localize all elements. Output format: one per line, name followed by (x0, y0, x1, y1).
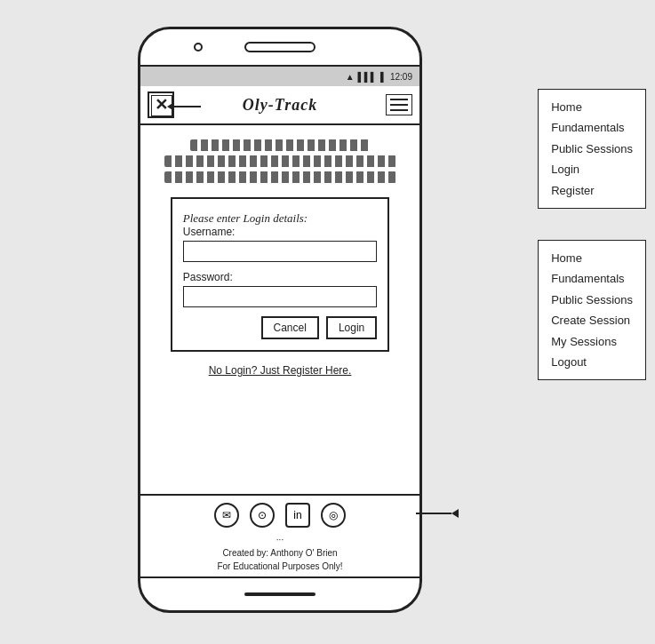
clock: 12:09 (390, 72, 412, 82)
close-icon: ✕ (155, 95, 168, 115)
auth-menu-item-create-session[interactable]: Create Session (551, 310, 633, 330)
login-button[interactable]: Login (326, 316, 377, 339)
auth-menu-item-my-sessions[interactable]: My Sessions (551, 331, 633, 352)
login-prompt: Please enter Login details: (183, 211, 308, 225)
battery-icon: ▌ (380, 72, 387, 82)
arrow-head (167, 102, 174, 111)
phone-camera (194, 43, 203, 52)
phone-speaker (244, 42, 316, 52)
arrow-line (416, 513, 451, 514)
signal-bars: ▌▌▌ (358, 72, 377, 82)
username-field-group: Username: (183, 226, 378, 262)
instagram-icon[interactable]: ◎ (321, 503, 346, 528)
phone-screen: ▲ ▌▌▌ ▌ 12:09 ✕ Oly-Track (140, 65, 419, 578)
app-footer: ✉ ⊙ in ◎ ··· Created by: Anthony O' Brie… (140, 494, 419, 576)
password-input[interactable] (183, 286, 378, 307)
menu-item-home[interactable]: Home (551, 97, 633, 117)
email-icon[interactable]: ✉ (214, 503, 239, 528)
hamburger-line-1 (390, 99, 408, 100)
arrow-line (174, 106, 201, 107)
auth-menu-item-fundamentals[interactable]: Fundamentals (551, 268, 633, 289)
footer-credit-line1: Created by: Anthony O' Brien (222, 548, 337, 558)
arrow-head-right-footer (451, 509, 459, 518)
phone-top-bar (140, 29, 419, 65)
auth-menu-item-home[interactable]: Home (551, 248, 633, 268)
phone-bottom-bar (140, 578, 419, 610)
app-content: Please enter Login details: Username: Pa… (140, 125, 419, 494)
social-icons: ✉ ⊙ in ◎ (214, 503, 346, 528)
footer-arrow (416, 509, 459, 518)
footer-credit: ··· Created by: Anthony O' Brien For Edu… (217, 533, 342, 573)
github-icon[interactable]: ⊙ (250, 503, 275, 528)
wifi-icon: ▲ (346, 72, 355, 82)
authenticated-menu: Home Fundamentals Public Sessions Create… (538, 240, 646, 380)
menu-item-register[interactable]: Register (551, 180, 633, 201)
phone-mockup: ▲ ▌▌▌ ▌ 12:09 ✕ Oly-Track (138, 27, 422, 613)
auth-menu-item-public-sessions[interactable]: Public Sessions (551, 290, 633, 310)
form-buttons: Cancel Login (183, 316, 378, 339)
linkedin-icon[interactable]: in (285, 503, 310, 528)
menu-item-login[interactable]: Login (551, 159, 633, 179)
unauthenticated-menu: Home Fundamentals Public Sessions Login … (538, 89, 646, 209)
hamburger-line-2 (390, 104, 408, 106)
menu-item-fundamentals[interactable]: Fundamentals (551, 117, 633, 138)
hamburger-line-3 (390, 109, 408, 111)
hero-text-placeholder (151, 136, 409, 187)
password-label: Password: (183, 271, 378, 283)
header-arrow (167, 102, 362, 111)
menu-item-public-sessions[interactable]: Public Sessions (551, 139, 633, 159)
username-input[interactable] (183, 241, 378, 262)
cancel-button[interactable]: Cancel (261, 316, 319, 339)
hamburger-menu-button[interactable] (386, 94, 412, 115)
status-bar: ▲ ▌▌▌ ▌ 12:09 (140, 67, 419, 86)
register-link[interactable]: No Login? Just Register Here. (209, 364, 352, 377)
footer-credit-line2: For Educational Purposes Only! (217, 561, 342, 571)
password-field-group: Password: (183, 271, 378, 307)
home-indicator (244, 592, 316, 596)
auth-menu-item-logout[interactable]: Logout (551, 352, 633, 372)
username-label: Username: (183, 226, 378, 238)
login-form: Please enter Login details: Username: Pa… (171, 197, 390, 352)
